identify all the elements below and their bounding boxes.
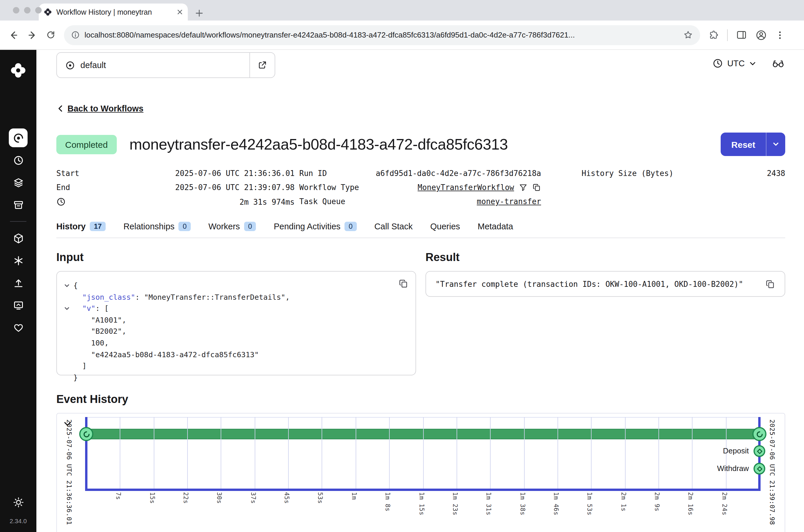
back-to-workflows-link[interactable]: Back to Workflows [56, 104, 144, 113]
result-heading: Result [426, 251, 785, 264]
start-value: 2025-07-06 UTC 21:36:36.01 [175, 169, 295, 178]
event-history-heading: Event History [56, 393, 785, 406]
cube-icon [13, 232, 24, 244]
reset-button[interactable]: Reset [721, 133, 766, 156]
workflow-type-link[interactable]: MoneyTransferWorkflow [417, 183, 514, 192]
window-controls[interactable] [13, 7, 42, 14]
run-id-label: Run ID [299, 169, 327, 178]
asterisk-icon [13, 255, 24, 266]
code-collapse-caret-icon[interactable] [64, 280, 73, 291]
tab-call-stack[interactable]: Call Stack [374, 222, 413, 231]
workflow-start-marker[interactable] [79, 427, 93, 441]
result-card: "Transfer complete (transaction IDs: OKW… [426, 271, 785, 297]
site-info-icon[interactable] [71, 31, 80, 39]
heart-icon [13, 322, 24, 333]
input-copy-icon[interactable] [398, 279, 409, 289]
temporal-sidebar: 2.34.0 [0, 50, 36, 532]
timeline-tick-label: 22s [183, 492, 190, 504]
favicon-temporal-icon [43, 7, 52, 16]
profile-avatar-icon[interactable] [755, 29, 767, 41]
namespace-selector-main[interactable]: default [57, 53, 249, 77]
timeline-tick-label: 1m [351, 492, 358, 500]
input-code: { "json_class": "MoneyTransfer::Transfer… [64, 280, 409, 383]
tab-metadata[interactable]: Metadata [478, 222, 513, 231]
result-copy-icon[interactable] [765, 279, 775, 289]
sidebar-item-import[interactable] [9, 273, 27, 292]
archive-box-icon [13, 199, 24, 210]
extensions-icon[interactable] [708, 30, 719, 40]
open-namespace-button[interactable] [249, 53, 275, 77]
workflow-end-marker[interactable] [752, 427, 766, 441]
grid-top-line [85, 417, 761, 418]
duration-value: 2m 31s 974ms [240, 197, 295, 206]
new-tab-button[interactable] [195, 9, 204, 18]
timeline-tick-label: 2m 9s [654, 492, 661, 511]
tab-relationships[interactable]: Relationships0 [124, 222, 191, 231]
code-collapse-caret-icon[interactable] [64, 303, 73, 314]
tab-pending-activities[interactable]: Pending Activities0 [274, 222, 357, 231]
forward-icon[interactable] [27, 30, 38, 40]
timeline-tick-label: 45s [283, 492, 291, 504]
minimize-window-button[interactable] [24, 7, 31, 14]
namespace-selector[interactable]: default [56, 52, 275, 78]
back-icon[interactable] [8, 30, 19, 40]
bookmark-star-icon[interactable] [683, 30, 693, 40]
timeline-tick-label: 30s [216, 492, 223, 504]
zoom-window-button[interactable] [35, 7, 42, 14]
tab-queries[interactable]: Queries [430, 222, 460, 231]
clock-icon [712, 58, 723, 69]
tab-title: Workflow History | moneytran [56, 8, 172, 16]
sidebar-item-deployments[interactable] [9, 173, 27, 192]
side-panel-icon[interactable] [736, 29, 747, 40]
sidebar-item-namespaces[interactable] [9, 251, 27, 270]
timeline-tick-label: 1m 15s [418, 492, 426, 515]
timezone-selector[interactable]: UTC [712, 58, 756, 69]
sidebar-item-workflows[interactable] [9, 129, 27, 147]
sidebar-item-support[interactable] [9, 318, 27, 337]
theme-toggle[interactable] [9, 493, 27, 511]
timeline-tick-label: 1m 8s [385, 492, 391, 511]
timeline-tick-label: 1m 38s [519, 492, 526, 515]
reset-menu-chevron-icon[interactable] [766, 133, 785, 156]
tab-close-icon[interactable] [176, 9, 183, 15]
timeline-tick-label: 2m 16s [687, 492, 694, 515]
close-window-button[interactable] [13, 7, 19, 14]
external-link-icon [258, 60, 267, 70]
tab-history[interactable]: History17 [56, 222, 106, 231]
timeline-tick-label: 37s [250, 492, 257, 504]
task-queue-link[interactable]: money-transfer [477, 197, 541, 206]
filter-funnel-icon[interactable] [519, 183, 528, 192]
browser-menu-icon[interactable] [775, 30, 785, 40]
reset-split-button[interactable]: Reset [721, 133, 785, 156]
sidebar-item-feedback[interactable] [9, 296, 27, 315]
copy-icon[interactable] [532, 183, 541, 192]
event-history-timeline: 2025-07-06 UTC 21:36:36.01 2025-07-06 UT… [56, 413, 785, 532]
workflow-title: moneytransfer-e4242aa5-b08d-4183-a472-df… [129, 135, 708, 153]
run-id-value: a6fd95d1-da0c-4d2e-a77c-786f3d76218a [376, 169, 541, 178]
timeline-tick-label: 7s [115, 492, 122, 500]
activity-marker-deposit[interactable] [753, 445, 765, 457]
monitor-icon [13, 300, 24, 310]
url-text[interactable]: localhost:8080/namespaces/default/workfl… [85, 31, 678, 39]
schedules-icon [13, 155, 24, 166]
sun-icon [13, 496, 24, 508]
activity-marker-withdraw[interactable] [753, 463, 765, 475]
temporal-logo[interactable] [10, 62, 27, 79]
tab-workers[interactable]: Workers0 [208, 222, 256, 231]
url-bar[interactable]: localhost:8080/namespaces/default/workfl… [64, 25, 700, 45]
toolbar-divider [727, 29, 728, 41]
browser-tab[interactable]: Workflow History | moneytran [39, 3, 188, 21]
result-value: "Transfer complete (transaction IDs: OKW… [435, 280, 765, 288]
timeline-tick-label: 2m 1s [620, 492, 628, 511]
upload-icon [13, 277, 24, 288]
tab-count-badge: 0 [344, 222, 356, 231]
sidebar-item-schedules[interactable] [9, 151, 27, 170]
sidebar-item-batch-operations[interactable] [9, 195, 27, 214]
labs-glasses-icon[interactable] [772, 58, 785, 69]
sidebar-item-nexus[interactable] [9, 229, 27, 248]
start-label: Start [56, 169, 79, 178]
namespace-icon [65, 60, 75, 70]
screen: Workflow History | moneytran localhost:8… [0, 0, 804, 532]
reload-icon[interactable] [46, 30, 56, 40]
timeline-tick-label: 1m 23s [452, 492, 459, 515]
